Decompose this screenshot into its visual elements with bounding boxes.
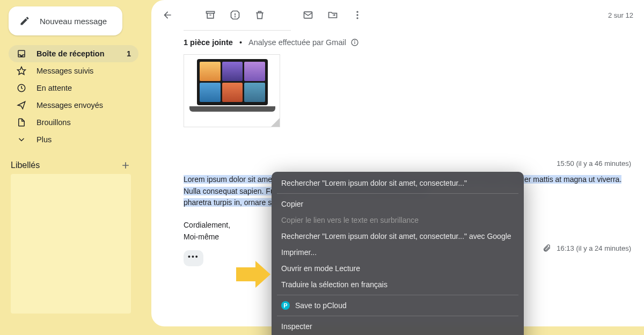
sidebar-item-star[interactable]: Messages suivis xyxy=(9,62,138,79)
context-item-label: Traduire la sélection en français xyxy=(281,280,387,289)
sidebar-item-clock[interactable]: En attente xyxy=(9,79,138,97)
sidebar-item-chevron[interactable]: Plus xyxy=(9,131,138,148)
sidebar-item-label: Plus xyxy=(36,135,52,144)
context-item-label: Rechercher "Lorem ipsum dolor sit amet, … xyxy=(281,232,511,241)
attachment-icon xyxy=(543,244,551,252)
timestamp-1: 15:50 (il y a 46 minutes) xyxy=(184,127,644,173)
sidebar-item-inbox[interactable]: Boîte de réception1 xyxy=(9,45,138,62)
context-divider xyxy=(277,295,518,295)
delete-button[interactable] xyxy=(254,10,265,20)
context-item-label: Inspecter xyxy=(281,322,312,331)
pcloud-icon: P xyxy=(281,301,290,310)
sidebar-item-send[interactable]: Messages envoyés xyxy=(9,97,138,114)
timestamp-2: 16:13 (il y a 24 minutes) xyxy=(557,244,631,252)
unread-button[interactable] xyxy=(303,10,313,20)
sidebar-item-label: En attente xyxy=(36,84,72,92)
show-trimmed-button[interactable]: ••• xyxy=(184,250,203,266)
attachment-header: 1 pièce jointe • Analyse effectuée par G… xyxy=(184,38,644,47)
context-item: Copier le lien vers le texte en surbrill… xyxy=(272,212,524,228)
sidebar-item-label: Messages envoyés xyxy=(36,101,103,110)
context-item-label: Copier le lien vers le texte en surbrill… xyxy=(281,216,419,224)
context-item-label: Copier xyxy=(281,200,303,208)
moveto-button[interactable] xyxy=(327,10,338,20)
context-item-label: Imprimer... xyxy=(281,248,317,257)
archive-button[interactable] xyxy=(205,10,216,20)
context-item[interactable]: Rechercher "Lorem ipsum dolor sit amet, … xyxy=(272,175,524,191)
context-menu: Rechercher "Lorem ipsum dolor sit amet, … xyxy=(272,172,524,335)
svg-point-9 xyxy=(356,17,358,19)
context-item-label: Rechercher "Lorem ipsum dolor sit amet, … xyxy=(281,179,467,187)
chevron-icon xyxy=(16,135,27,144)
toolbar: 2 sur 12 xyxy=(151,0,644,30)
sidebar: Nouveau message Boîte de réception1Messa… xyxy=(0,0,146,335)
back-button[interactable] xyxy=(162,10,173,20)
spam-button[interactable] xyxy=(230,10,240,20)
context-item-label: Save to pCloud xyxy=(295,301,347,310)
context-divider xyxy=(277,316,518,316)
svg-point-12 xyxy=(355,41,355,41)
sidebar-item-label: Boîte de réception xyxy=(36,49,105,58)
sidebar-item-label: Brouillons xyxy=(36,118,71,127)
more-button[interactable] xyxy=(352,10,363,20)
context-item[interactable]: PSave to pCloud xyxy=(272,297,524,314)
timestamp-2-row: 16:13 (il y a 24 minutes) xyxy=(543,244,631,252)
send-icon xyxy=(16,100,27,110)
svg-point-8 xyxy=(356,14,358,16)
svg-point-7 xyxy=(356,11,358,13)
sidebar-item-file[interactable]: Brouillons xyxy=(9,114,138,131)
message-count: 2 sur 12 xyxy=(608,11,633,19)
add-label-button[interactable] xyxy=(120,160,131,171)
star-icon xyxy=(16,66,27,76)
nav-list: Boîte de réception1Messages suivisEn att… xyxy=(9,45,146,148)
attachment-scanned: Analyse effectuée par Gmail xyxy=(248,38,346,47)
context-item[interactable]: Ouvrir en mode Lecture xyxy=(272,260,524,276)
svg-rect-2 xyxy=(207,11,215,13)
clock-icon xyxy=(16,83,27,93)
attachment-count: 1 pièce jointe xyxy=(184,38,233,47)
sidebar-item-label: Messages suivis xyxy=(36,67,93,75)
labels-header: Libellés xyxy=(11,160,131,171)
file-icon xyxy=(16,118,27,127)
info-icon[interactable] xyxy=(350,38,359,47)
context-item[interactable]: Rechercher "Lorem ipsum dolor sit amet, … xyxy=(272,228,524,244)
context-item[interactable]: Inspecter xyxy=(272,318,524,334)
context-divider xyxy=(277,193,518,194)
svg-marker-0 xyxy=(18,67,26,75)
pencil-icon xyxy=(19,16,30,26)
labels-body xyxy=(11,174,131,314)
compose-button[interactable]: Nouveau message xyxy=(9,6,122,35)
context-item[interactable]: Traduire la sélection en français xyxy=(272,276,524,293)
context-item[interactable]: Imprimer... xyxy=(272,244,524,260)
svg-point-5 xyxy=(235,17,236,17)
context-item[interactable]: Copier xyxy=(272,196,524,212)
context-item-label: Ouvrir en mode Lecture xyxy=(281,264,360,273)
sidebar-item-count: 1 xyxy=(127,49,131,58)
attachment-thumbnail[interactable] xyxy=(184,54,280,127)
selected-text-line4[interactable]: pharetra turpis in, ornare sed xyxy=(184,198,280,207)
labels-title: Libellés xyxy=(11,161,40,170)
inbox-icon xyxy=(16,49,27,59)
compose-label: Nouveau message xyxy=(40,17,107,26)
